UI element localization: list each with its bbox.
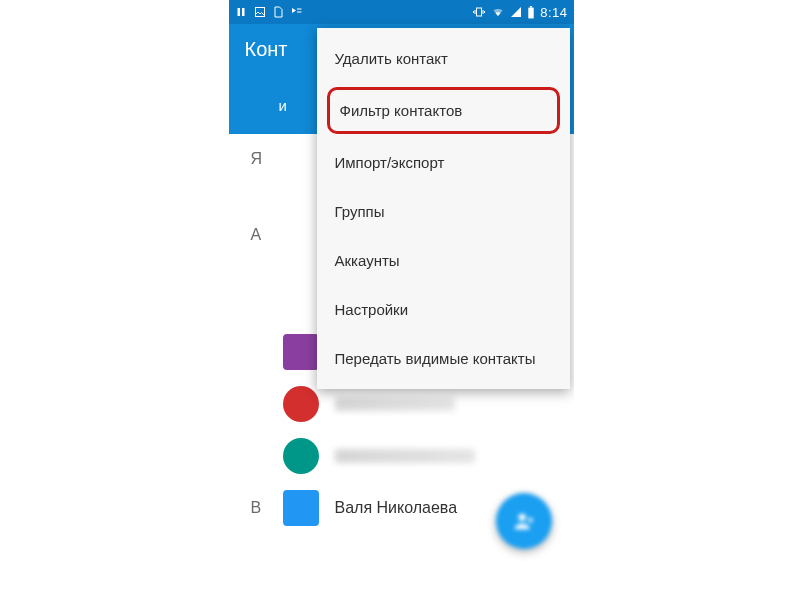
svg-rect-7 — [530, 6, 532, 8]
app-subtitle-partial: и — [279, 97, 287, 114]
menu-accounts[interactable]: Аккаунты — [317, 236, 570, 285]
svg-rect-2 — [255, 8, 264, 17]
menu-share-visible-contacts[interactable]: Передать видимые контакты — [317, 334, 570, 383]
menu-filter-contacts[interactable]: Фильтр контактов — [327, 87, 560, 134]
svg-rect-1 — [242, 8, 245, 16]
svg-rect-5 — [477, 8, 482, 16]
svg-rect-4 — [297, 12, 302, 13]
svg-rect-6 — [528, 7, 533, 18]
section-letter: B — [229, 491, 283, 525]
clock: 8:14 — [540, 5, 567, 20]
status-right: 8:14 — [472, 5, 567, 20]
vibrate-icon — [472, 6, 486, 18]
signal-icon — [510, 6, 522, 18]
pause-icon — [235, 6, 247, 18]
battery-icon — [527, 6, 535, 19]
overflow-menu: Удалить контакт Фильтр контактов Импорт/… — [317, 28, 570, 389]
avatar — [283, 386, 319, 422]
svg-rect-0 — [237, 8, 240, 16]
avatar — [283, 490, 319, 526]
contact-name-blurred — [335, 449, 475, 463]
play-queue-icon — [290, 6, 303, 18]
avatar — [283, 334, 319, 370]
image-icon — [254, 6, 266, 18]
add-contact-fab[interactable] — [496, 493, 552, 549]
avatar — [283, 438, 319, 474]
menu-import-export[interactable]: Импорт/экспорт — [317, 138, 570, 187]
phone-frame: 8:14 Конт и Я А B Валя Николаева — [229, 0, 574, 591]
svg-rect-3 — [297, 9, 302, 10]
status-left — [235, 6, 303, 18]
contact-name-blurred — [335, 397, 455, 411]
contact-name: Валя Николаева — [335, 499, 458, 517]
contact-row[interactable] — [229, 430, 574, 482]
wifi-icon — [491, 6, 505, 18]
svg-point-8 — [518, 514, 525, 521]
contact-row[interactable]: Валя Николаева — [283, 482, 474, 534]
menu-groups[interactable]: Группы — [317, 187, 570, 236]
menu-settings[interactable]: Настройки — [317, 285, 570, 334]
menu-delete-contact[interactable]: Удалить контакт — [317, 34, 570, 83]
status-bar: 8:14 — [229, 0, 574, 24]
sim-icon — [273, 6, 283, 18]
